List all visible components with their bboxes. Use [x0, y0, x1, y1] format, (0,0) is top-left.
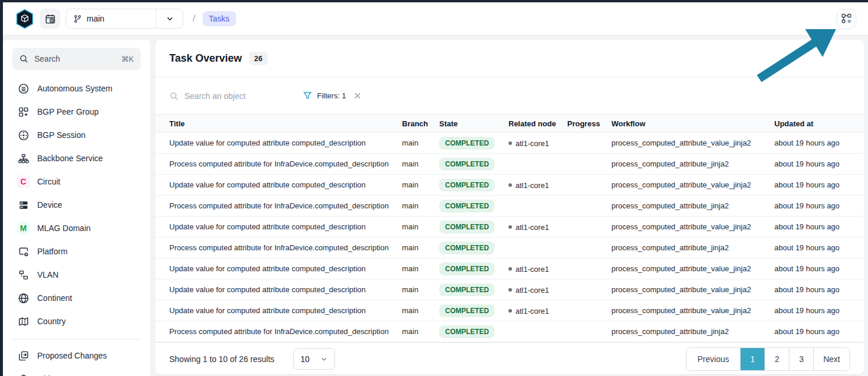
page-size-select[interactable]: 10	[293, 348, 335, 370]
task-branch: main	[402, 175, 439, 196]
sidebar-item[interactable]: VLAN	[12, 263, 141, 286]
col-related-node: Related node	[508, 115, 567, 133]
node-dot-icon	[508, 225, 512, 229]
task-branch: main	[402, 258, 439, 279]
filters-label: Filters: 1	[317, 91, 346, 100]
chevron-down-icon	[321, 356, 328, 363]
task-title: Update value for computed attribute comp…	[155, 300, 402, 321]
task-row[interactable]: Process computed attribute for InfraDevi…	[155, 196, 864, 217]
time-travel-button[interactable]	[40, 9, 60, 29]
tasks-table-body: Update value for computed attribute comp…	[155, 133, 864, 342]
clear-filters-icon[interactable]	[354, 92, 361, 100]
branch-name: main	[87, 14, 104, 23]
related-node-name: atl1-core1	[515, 286, 549, 295]
schema-visualizer-button[interactable]	[837, 9, 856, 29]
breadcrumb-current-tasks[interactable]: Tasks	[202, 11, 236, 26]
filter-bar: Filters: 1	[155, 77, 864, 114]
card-header: Task Overview 26	[155, 40, 864, 77]
task-workflow: process_computed_attribute_jinja2	[611, 196, 774, 217]
sidebar-item[interactable]: Proposed Changes	[12, 344, 141, 367]
object-search-input[interactable]	[184, 91, 278, 101]
window-frame-top	[0, 0, 868, 2]
col-progress: Progress	[567, 115, 611, 133]
sidebar-item[interactable]: Continent	[12, 286, 141, 310]
state-badge: COMPLETED	[439, 221, 495, 233]
infrahub-logo[interactable]	[15, 8, 34, 29]
task-updated-at: about 19 hours ago	[774, 300, 864, 321]
task-updated-at: about 19 hours ago	[774, 154, 864, 175]
task-title: Process computed attribute for InfraDevi…	[155, 237, 402, 258]
task-row[interactable]: Update value for computed attribute comp…	[155, 300, 864, 321]
branch-selector-value[interactable]: main	[66, 9, 156, 28]
task-title: Update value for computed attribute comp…	[155, 217, 402, 237]
platform-icon	[17, 245, 30, 258]
breadcrumb-separator: /	[193, 13, 195, 24]
sidebar-item-label: BGP Peer Group	[37, 107, 99, 116]
task-row[interactable]: Process computed attribute for InfraDevi…	[155, 154, 864, 175]
continent-icon	[17, 292, 30, 304]
backbone-service-icon	[17, 152, 30, 165]
page-size-value: 10	[301, 354, 310, 364]
pagination-next-button[interactable]: Next	[813, 348, 849, 370]
sidebar-item[interactable]: Country	[12, 310, 141, 333]
task-progress	[567, 196, 611, 217]
task-row[interactable]: Update value for computed attribute comp…	[155, 175, 864, 196]
col-updated-at: Updated at	[774, 115, 864, 133]
sidebar-item[interactable]: BGP Session	[12, 123, 141, 147]
task-overview-panel: Task Overview 26 Filters: 1 Title B	[155, 40, 864, 374]
task-updated-at: about 19 hours ago	[774, 321, 864, 342]
task-row[interactable]: Update value for computed attribute comp…	[155, 217, 864, 237]
task-updated-at: about 19 hours ago	[774, 217, 864, 237]
sidebar-search-placeholder: Search	[34, 54, 115, 63]
top-bar: main / Tasks	[3, 2, 868, 36]
task-branch: main	[402, 196, 439, 217]
sidebar-item[interactable]: Device	[12, 193, 141, 217]
task-row[interactable]: Process computed attribute for InfraDevi…	[155, 321, 864, 342]
sidebar-item[interactable]: BGP Peer Group	[12, 100, 141, 123]
results-summary: Showing 1 to 10 of 26 results	[169, 354, 275, 364]
task-row[interactable]: Update value for computed attribute comp…	[155, 258, 864, 279]
task-row[interactable]: Update value for computed attribute comp…	[155, 133, 864, 154]
task-title: Update value for computed attribute comp…	[155, 279, 402, 300]
pagination-page-button[interactable]: 2	[764, 348, 789, 370]
task-title: Process computed attribute for InfraDevi…	[155, 321, 402, 342]
branch-selector-dropdown-toggle[interactable]	[156, 9, 183, 28]
pagination-page-button[interactable]: 1	[740, 348, 764, 370]
sidebar-item[interactable]: Backbone Service	[12, 147, 141, 170]
sidebar-search-shortcut: ⌘K	[121, 55, 134, 63]
sidebar-item-label: Continent	[37, 293, 72, 303]
task-progress	[567, 217, 611, 237]
sidebar-item[interactable]: M MLAG Domain	[12, 217, 141, 240]
related-node-name: atl1-core1	[515, 307, 549, 315]
sidebar-item-label: Circuit	[37, 177, 61, 186]
task-title: Process computed attribute for InfraDevi…	[155, 196, 402, 217]
pagination-previous-button[interactable]: Previous	[686, 348, 740, 370]
object-search	[169, 91, 289, 101]
related-node-name: atl1-core1	[515, 223, 549, 232]
node-dot-icon	[508, 141, 512, 145]
sidebar-search[interactable]: Search ⌘K	[12, 48, 141, 70]
task-progress	[567, 133, 611, 154]
task-updated-at: about 19 hours ago	[774, 175, 864, 196]
filters-control[interactable]: Filters: 1	[303, 91, 361, 100]
sidebar-item[interactable]: Object Management	[12, 367, 141, 376]
task-progress	[567, 154, 611, 175]
task-progress	[567, 279, 611, 300]
node-dot-icon	[508, 183, 512, 187]
col-state: State	[439, 115, 508, 133]
task-workflow: process_computed_attribute_value_jinja2	[611, 279, 774, 300]
sidebar-item[interactable]: Platform	[12, 240, 141, 263]
sidebar-item[interactable]: Autonomous System	[12, 77, 141, 100]
sidebar-item[interactable]: C Circuit	[12, 170, 141, 193]
col-branch: Branch	[402, 115, 439, 133]
task-row[interactable]: Update value for computed attribute comp…	[155, 279, 864, 300]
related-node-name: atl1-core1	[515, 181, 549, 190]
task-branch: main	[402, 237, 439, 258]
country-icon	[17, 315, 30, 328]
task-updated-at: about 19 hours ago	[774, 258, 864, 279]
task-row[interactable]: Process computed attribute for InfraDevi…	[155, 237, 864, 258]
state-badge: COMPLETED	[439, 242, 495, 254]
pagination-page-button[interactable]: 3	[789, 348, 813, 370]
task-updated-at: about 19 hours ago	[774, 279, 864, 300]
letter-badge-icon: C	[17, 175, 30, 188]
